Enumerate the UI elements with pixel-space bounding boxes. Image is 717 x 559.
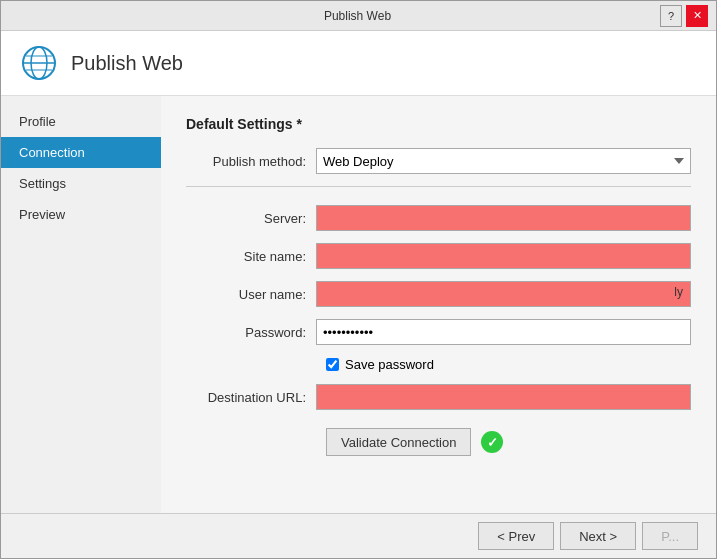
destination-url-label: Destination URL: [186,390,316,405]
publish-method-label: Publish method: [186,154,316,169]
footer: < Prev Next > P... [1,513,716,558]
site-name-input[interactable] [316,243,691,269]
site-name-row: Site name: [186,243,691,269]
validation-success-icon: ✓ [481,431,503,453]
save-password-label[interactable]: Save password [345,357,434,372]
validate-connection-button[interactable]: Validate Connection [326,428,471,456]
password-input[interactable] [316,319,691,345]
user-name-row: User name: ly [186,281,691,307]
header-title: Publish Web [71,52,183,75]
sidebar-item-preview[interactable]: Preview [1,199,161,230]
globe-icon [19,43,59,83]
server-label: Server: [186,211,316,226]
sidebar-item-profile[interactable]: Profile [1,106,161,137]
site-name-label: Site name: [186,249,316,264]
help-button[interactable]: ? [660,5,682,27]
server-row: Server: [186,205,691,231]
sidebar: Profile Connection Settings Preview [1,96,161,513]
title-bar-buttons: ? ✕ [660,5,708,27]
title-bar-text: Publish Web [55,9,660,23]
publish-method-row: Publish method: Web Deploy Web Deploy Pa… [186,148,691,174]
prev-button[interactable]: < Prev [478,522,554,550]
password-row: Password: [186,319,691,345]
next-button[interactable]: Next > [560,522,636,550]
password-label: Password: [186,325,316,340]
publish-method-select[interactable]: Web Deploy Web Deploy Package FTP File S… [316,148,691,174]
title-bar: Publish Web ? ✕ [1,1,716,31]
main-content: Default Settings * Publish method: Web D… [161,96,716,513]
validate-row: Validate Connection ✓ [186,428,691,456]
section-title: Default Settings * [186,116,691,132]
user-name-input[interactable] [316,281,691,307]
destination-url-input[interactable] [316,384,691,410]
divider [186,186,691,187]
close-button[interactable]: ✕ [686,5,708,27]
sidebar-item-settings[interactable]: Settings [1,168,161,199]
sidebar-item-connection[interactable]: Connection [1,137,161,168]
user-name-label: User name: [186,287,316,302]
publish-web-dialog: Publish Web ? ✕ Publish Web Profile Co [0,0,717,559]
save-password-row: Save password [186,357,691,372]
save-password-checkbox[interactable] [326,358,339,371]
server-input[interactable] [316,205,691,231]
content-area: Profile Connection Settings Preview Defa… [1,96,716,513]
publish-button[interactable]: P... [642,522,698,550]
header-section: Publish Web [1,31,716,96]
destination-url-row: Destination URL: [186,384,691,410]
